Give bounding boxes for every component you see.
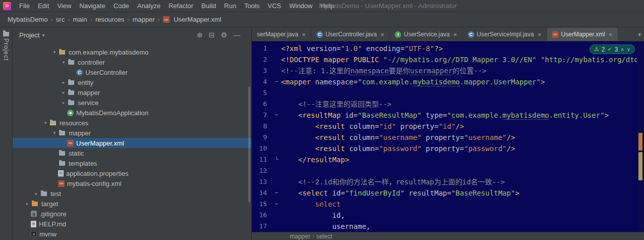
- editor-code-area[interactable]: 1<?xml version="1.0" encoding="UTF-8"?>2…: [252, 41, 637, 232]
- code-line: 14− <select id="findUserById" resultMap=…: [252, 187, 637, 199]
- menu-item-build[interactable]: Build: [197, 0, 220, 12]
- menu-item-analyze[interactable]: Analyze: [133, 0, 165, 12]
- chevron-down-icon[interactable]: ▾: [42, 32, 44, 38]
- tab-close-icon[interactable]: ×: [381, 31, 385, 38]
- code-line: 12: [252, 165, 637, 176]
- tree-item-label: static: [69, 150, 84, 157]
- chevron-expanded-icon[interactable]: ▾: [51, 50, 58, 55]
- line-number: 1: [252, 43, 272, 54]
- breadcrumb-item[interactable]: mapper: [131, 16, 156, 23]
- fold-marker[interactable]: └: [272, 154, 281, 165]
- tree-item-entity[interactable]: ▸entity: [13, 77, 251, 87]
- project-panel-title[interactable]: Project: [19, 31, 39, 39]
- tab-sermapper.java[interactable]: serMapper.java×: [252, 28, 311, 41]
- tree-item-test[interactable]: ▸test: [13, 188, 251, 199]
- fold-marker[interactable]: −: [272, 199, 281, 210]
- chevron-collapsed-icon[interactable]: ▸: [60, 90, 67, 95]
- tree-item-com.example.mybatisdemo[interactable]: ▾com.example.mybatisdemo: [13, 47, 251, 57]
- tree-item-label: com.example.mybatisdemo: [69, 49, 148, 56]
- tree-item-mvnw[interactable]: >mvnw: [13, 229, 251, 239]
- tree-item-service[interactable]: ▸service: [13, 98, 251, 108]
- tab-close-icon[interactable]: ×: [609, 31, 613, 38]
- code-text: username,: [281, 221, 370, 232]
- tree-item-controller[interactable]: ▾controller: [13, 57, 251, 67]
- chevron-expanded-icon[interactable]: ▾: [60, 60, 67, 65]
- editor-scrollbar[interactable]: [637, 41, 644, 232]
- tree-item-usermapper.xml[interactable]: </>UserMapper.xml: [13, 138, 251, 148]
- tree-item-label: UserController: [85, 69, 128, 76]
- menu-item-view[interactable]: View: [53, 0, 75, 12]
- tree-item-static[interactable]: static: [13, 148, 251, 158]
- tree-item-mapper[interactable]: ▸mapper: [13, 87, 251, 98]
- fold-marker[interactable]: −: [272, 110, 281, 121]
- menu-item-window[interactable]: Window: [285, 0, 316, 12]
- chevron-collapsed-icon[interactable]: ▸: [24, 201, 31, 206]
- warning-stripe-mark[interactable]: [638, 133, 642, 151]
- hidden-tabs-icon[interactable]: ▾: [638, 28, 641, 41]
- menu-item-run[interactable]: Run: [220, 0, 240, 12]
- menu-item-edit[interactable]: Edit: [34, 0, 53, 12]
- editor-breadcrumb-item[interactable]: select: [316, 233, 332, 240]
- locate-icon[interactable]: ⊕: [197, 31, 203, 38]
- tree-item-usercontroller[interactable]: CUserController: [13, 67, 251, 77]
- tree-item-mapper[interactable]: ▾mapper: [13, 128, 251, 138]
- code-line: 17 username,: [252, 221, 637, 232]
- tab-usermapper.xml[interactable]: </>UserMapper.xml×: [547, 28, 618, 41]
- breadcrumb-item[interactable]: main: [72, 16, 89, 23]
- scrollbar-thumb[interactable]: [638, 152, 642, 180]
- code-text: <?xml version="1.0" encoding="UTF-8"?>: [281, 43, 443, 54]
- menu-item-navigate[interactable]: Navigate: [75, 0, 109, 12]
- chevron-collapsed-icon[interactable]: ▸: [60, 80, 67, 85]
- settings-gear-icon[interactable]: ⚙: [221, 31, 227, 38]
- tab-usercontroller.java[interactable]: CUserController.java×: [311, 28, 390, 41]
- tree-item-.gitignore[interactable]: g.gitignore: [13, 209, 251, 219]
- line-number: 10: [252, 143, 272, 154]
- tree-item-help.md[interactable]: MHELP.md: [13, 219, 251, 229]
- hide-panel-icon[interactable]: —: [233, 31, 240, 38]
- project-header-actions: ⊕⊟⚙—: [197, 31, 247, 38]
- menu-item-file[interactable]: File: [15, 0, 34, 12]
- collapse-all-icon[interactable]: ⊟: [209, 31, 215, 38]
- tree-item-target[interactable]: ▸target: [13, 199, 251, 209]
- main-area: Project Project ▾ ⊕⊟⚙— ▾com.example.myba…: [0, 28, 644, 240]
- menu-item-code[interactable]: Code: [110, 0, 133, 12]
- breadcrumb-item[interactable]: src: [55, 16, 66, 23]
- line-number: 4: [252, 76, 272, 87]
- code-text: <mapper namespace="com.example.mybatisde…: [281, 76, 545, 87]
- code-line: 9 <result column="username" property="us…: [252, 132, 637, 143]
- tree-item-mybatis-config.xml[interactable]: </>mybatis-config.xml: [13, 178, 251, 188]
- line-number: 8: [252, 121, 272, 132]
- class-icon: C: [316, 31, 323, 38]
- chevron-collapsed-icon[interactable]: ▸: [60, 100, 67, 105]
- tab-close-icon[interactable]: ×: [538, 31, 542, 38]
- prev-issue-icon[interactable]: ∧: [620, 46, 624, 52]
- menu-item-vcs[interactable]: VCS: [263, 0, 285, 12]
- tree-item-application.properties[interactable]: application.properties: [13, 168, 251, 178]
- next-issue-icon[interactable]: ∨: [627, 46, 630, 52]
- fold-marker[interactable]: −: [272, 76, 281, 87]
- breadcrumb-item[interactable]: resources: [94, 16, 126, 23]
- breadcrumb-label: mapper: [132, 16, 154, 23]
- tree-item-templates[interactable]: templates: [13, 158, 251, 168]
- tree-item-mybatisdemoapplication[interactable]: MybatisDemoApplication: [13, 108, 251, 118]
- tree-item-resources[interactable]: ▾resources: [13, 118, 251, 128]
- menu-item-refactor[interactable]: Refactor: [165, 0, 197, 12]
- menu-item-tools[interactable]: Tools: [240, 0, 263, 12]
- breadcrumb-item[interactable]: </>UserMapper.xml: [162, 16, 223, 23]
- tab-close-icon[interactable]: ×: [453, 31, 457, 38]
- fold-marker[interactable]: −: [272, 187, 281, 199]
- editor-breadcrumb-item[interactable]: mapper: [290, 233, 310, 240]
- tree-item-label: controller: [78, 59, 104, 66]
- chevron-collapsed-icon[interactable]: ▸: [33, 191, 40, 196]
- tab-close-icon[interactable]: ×: [302, 31, 306, 38]
- code-line: 4−<mapper namespace="com.example.mybatis…: [252, 76, 637, 87]
- project-stripe-button[interactable]: Project: [0, 30, 12, 61]
- project-scrollbar[interactable]: [248, 86, 250, 203]
- chevron-expanded-icon[interactable]: ▾: [51, 130, 58, 135]
- breadcrumb-item[interactable]: MybatisDemo: [6, 16, 49, 23]
- inspections-widget[interactable]: ⚠ 2 ✔ 3 ∧ ∨: [589, 44, 635, 54]
- package-icon: [58, 48, 66, 56]
- tab-userservice.java[interactable]: IUserService.java×: [390, 28, 462, 41]
- chevron-expanded-icon[interactable]: ▾: [42, 120, 49, 125]
- tab-userserviceimpl.java[interactable]: CUserServiceImpl.java×: [463, 28, 547, 41]
